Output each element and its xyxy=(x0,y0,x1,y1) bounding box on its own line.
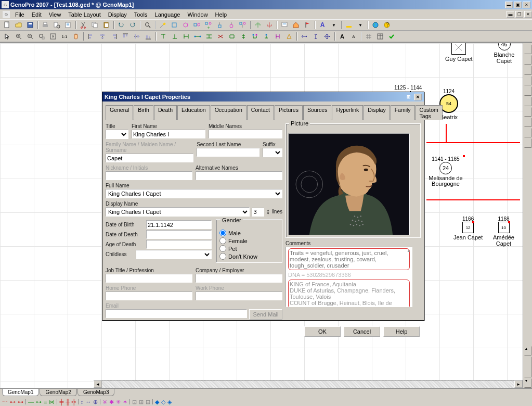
zoom-out-icon[interactable] xyxy=(25,32,35,41)
suffix-select[interactable] xyxy=(263,148,282,157)
scroll-up-icon[interactable]: ▲ xyxy=(524,346,531,356)
menu-tools[interactable]: Tools xyxy=(131,10,151,19)
close-button[interactable]: ✕ xyxy=(523,2,530,8)
move-h-icon[interactable] xyxy=(299,32,309,41)
cancel-button[interactable]: Cancel xyxy=(344,326,380,337)
male-icon[interactable] xyxy=(169,20,179,30)
r-female-icon[interactable] xyxy=(524,66,531,75)
rel-2-icon[interactable] xyxy=(170,32,180,41)
pointer-icon[interactable] xyxy=(2,32,12,41)
align-top-icon[interactable] xyxy=(120,32,131,41)
tab-education[interactable]: Education xyxy=(177,105,210,120)
undo-icon[interactable] xyxy=(116,20,126,30)
color-icon[interactable] xyxy=(344,20,354,30)
globe-icon[interactable] xyxy=(370,20,381,30)
find-icon[interactable] xyxy=(142,20,153,30)
tab-family[interactable]: Family xyxy=(391,105,415,120)
second-last-input[interactable] xyxy=(197,148,259,157)
full-name-select[interactable]: King Charles I Capet xyxy=(106,189,282,198)
r-flag-icon[interactable] xyxy=(524,107,531,117)
menu-display[interactable]: Display xyxy=(105,10,131,19)
node-blanche[interactable]: 46 Blanche Capet xyxy=(486,43,523,64)
aod-input[interactable] xyxy=(146,240,212,249)
move-all-icon[interactable] xyxy=(322,32,332,41)
send-mail-button[interactable]: Send Mail xyxy=(249,309,282,320)
rel-5-icon[interactable] xyxy=(204,32,214,41)
mdi-restore-button[interactable]: ❐ xyxy=(515,11,523,18)
home-icon[interactable] xyxy=(291,20,301,30)
tree1-icon[interactable] xyxy=(253,20,263,30)
tab-pictures[interactable]: Pictures xyxy=(275,105,303,120)
tab-genomap3[interactable]: GenoMap3 xyxy=(77,389,114,396)
rel-9-icon[interactable] xyxy=(250,32,260,41)
nickname-input[interactable] xyxy=(106,171,192,180)
add-son-icon[interactable] xyxy=(215,20,225,30)
rel-6-icon[interactable] xyxy=(215,32,226,41)
text-a-icon[interactable]: A xyxy=(317,20,328,30)
title-select[interactable] xyxy=(106,130,128,139)
wizard-icon[interactable] xyxy=(158,20,168,30)
save-icon[interactable] xyxy=(25,20,35,30)
tab-sources[interactable]: Sources xyxy=(303,105,332,120)
tree2-icon[interactable] xyxy=(264,20,275,30)
scroll-down-icon[interactable]: ▼ xyxy=(524,378,531,388)
tab-death[interactable]: Death xyxy=(154,105,177,120)
align-bottom-icon[interactable] xyxy=(143,32,153,41)
horizontal-scrollbar[interactable]: ◄ ► xyxy=(94,380,523,388)
menu-window[interactable]: Window xyxy=(184,10,211,19)
gender-pet-radio[interactable] xyxy=(219,245,226,252)
print-preview-icon[interactable] xyxy=(51,20,62,30)
paste-icon[interactable] xyxy=(101,20,111,30)
menu-file[interactable]: File xyxy=(11,10,28,19)
text-label-icon[interactable]: A xyxy=(337,32,347,41)
display-name-select[interactable]: King Charles I Capet xyxy=(106,207,250,217)
table-icon[interactable] xyxy=(375,32,385,41)
node-jean[interactable]: 1166 12 Jean Capet xyxy=(453,216,483,240)
ok-button[interactable]: OK xyxy=(304,326,341,337)
r-note-icon[interactable] xyxy=(524,97,531,106)
cut-icon[interactable] xyxy=(78,20,88,30)
report-icon[interactable] xyxy=(63,20,73,30)
email-input[interactable] xyxy=(106,309,247,318)
menu-edit[interactable]: Edit xyxy=(28,10,45,19)
menu-view[interactable]: View xyxy=(45,10,65,19)
menu-table[interactable]: Table Layout xyxy=(64,10,104,19)
add-daughter-icon[interactable] xyxy=(226,20,237,30)
work-phone-input[interactable] xyxy=(196,291,282,300)
r-label-icon[interactable] xyxy=(524,128,531,137)
rel-12-icon[interactable] xyxy=(284,32,294,41)
home-phone-input[interactable] xyxy=(106,291,192,300)
mdi-close-button[interactable]: ✕ xyxy=(524,11,532,18)
gender-male-radio[interactable] xyxy=(219,230,226,236)
comments-textarea[interactable]: Traits = vengeful, generous, just, cruel… xyxy=(286,247,412,307)
lines-input[interactable] xyxy=(252,208,264,217)
job-input[interactable] xyxy=(106,274,192,283)
gender-unknown-radio[interactable] xyxy=(219,253,226,260)
rel-4-icon[interactable] xyxy=(192,32,203,41)
rel-10-icon[interactable] xyxy=(261,32,271,41)
zoom-100-icon[interactable]: 1:1 xyxy=(59,32,70,41)
align-middle-v-icon[interactable] xyxy=(132,32,142,41)
arrow-down-icon[interactable]: ▼ xyxy=(329,20,339,30)
female-icon[interactable] xyxy=(180,20,191,30)
redo-icon[interactable] xyxy=(127,20,138,30)
dialog-toolbar-icon[interactable]: ⊞ xyxy=(407,94,411,99)
dod-input[interactable] xyxy=(146,230,212,239)
print-icon[interactable] xyxy=(40,20,50,30)
scroll-left-icon[interactable]: ◄ xyxy=(94,380,102,388)
align-center-h-icon[interactable] xyxy=(97,32,108,41)
text-small-icon[interactable]: A xyxy=(348,32,359,41)
rel-1-icon[interactable] xyxy=(158,32,168,41)
rel-3-icon[interactable] xyxy=(181,32,191,41)
annotate-icon[interactable] xyxy=(279,20,290,30)
tab-occupation[interactable]: Occupation xyxy=(211,105,246,120)
help-icon[interactable]: ? xyxy=(382,20,392,30)
menu-help[interactable]: Help xyxy=(212,10,231,19)
zoom-fit-icon[interactable] xyxy=(36,32,47,41)
align-right-icon[interactable] xyxy=(109,32,119,41)
minimize-button[interactable]: ▬ xyxy=(505,2,513,8)
node-amedee[interactable]: 1168 10 Amédée Capet xyxy=(485,216,523,247)
tab-display-dlg[interactable]: Display xyxy=(364,105,390,120)
menu-language[interactable]: Language xyxy=(151,10,184,19)
r-move-icon[interactable] xyxy=(524,45,531,54)
